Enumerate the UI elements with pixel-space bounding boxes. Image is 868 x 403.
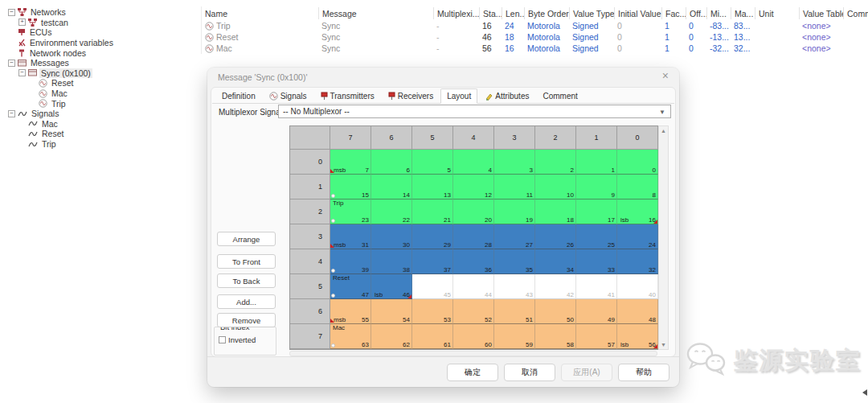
collapse-icon[interactable]: − xyxy=(8,9,15,16)
inverted-checkbox-row[interactable]: Inverted xyxy=(219,335,256,344)
column-header-value-type[interactable]: Value Type xyxy=(569,7,614,19)
bit-cell-15[interactable]: 15 xyxy=(330,175,371,199)
bit-cell-18[interactable]: 18 xyxy=(535,199,576,224)
bit-cell-28[interactable]: 28 xyxy=(453,224,494,249)
expand-icon[interactable]: + xyxy=(18,19,26,26)
bit-cell-14[interactable]: 14 xyxy=(371,175,412,199)
bit-cell-37[interactable]: 37 xyxy=(412,249,453,274)
bit-cell-35[interactable]: 35 xyxy=(494,249,535,274)
tree-item-trip[interactable]: Trip xyxy=(8,139,199,150)
tree-item-mac[interactable]: Mac xyxy=(8,119,199,130)
bit-cell-12[interactable]: 12 xyxy=(453,175,494,199)
tree-item-testcan[interactable]: +testcan xyxy=(8,18,199,28)
column-header-multiplexi[interactable]: Multiplexi... xyxy=(433,7,479,19)
bit-cell-17[interactable]: 17 xyxy=(576,199,617,224)
footer-button-[interactable]: 取消 xyxy=(504,364,555,381)
bit-cell-46[interactable]: lsb46 xyxy=(371,274,412,299)
scroll-down-icon[interactable]: ▼ xyxy=(661,342,666,347)
bit-cell-36[interactable]: 36 xyxy=(453,249,494,274)
table-row-reset[interactable]: ResetSync-4618MotorolaSigned010-13...13.… xyxy=(202,31,868,43)
inverted-checkbox[interactable] xyxy=(219,336,226,343)
column-header-ma[interactable]: Ma... xyxy=(731,7,755,19)
tree-item-reset[interactable]: Reset xyxy=(8,78,199,88)
bit-cell-52[interactable]: 52 xyxy=(453,299,494,324)
tab-signals[interactable]: Signals xyxy=(263,88,313,104)
bit-cell-22[interactable]: 22 xyxy=(371,199,412,224)
bit-cell-4[interactable]: 4 xyxy=(453,150,494,175)
bit-cell-27[interactable]: 27 xyxy=(494,224,535,249)
bit-cell-32[interactable]: 32 xyxy=(617,249,658,274)
bit-cell-10[interactable]: 10 xyxy=(535,175,576,199)
column-header-unit[interactable]: Unit xyxy=(755,7,799,19)
collapse-icon[interactable]: − xyxy=(18,69,26,76)
scroll-up-icon[interactable]: ▲ xyxy=(661,128,666,134)
bit-cell-8[interactable]: 8 xyxy=(617,175,658,199)
tree-item-trip[interactable]: Trip xyxy=(8,98,199,109)
bit-cell-2[interactable]: 2 xyxy=(535,150,576,175)
table-row-trip[interactable]: TripSync-1624MotorolaSigned010-83...83..… xyxy=(202,20,868,31)
bit-cell-56[interactable]: lsb56 xyxy=(617,324,658,349)
tree-item-environment-variables[interactable]: Environment variables xyxy=(8,38,199,48)
tab-receivers[interactable]: Receivers xyxy=(382,88,440,104)
bit-cell-38[interactable]: 38 xyxy=(371,249,412,274)
tree-item-reset[interactable]: Reset xyxy=(8,129,199,139)
tree-item-network-nodes[interactable]: Network nodes xyxy=(8,47,199,58)
multiplexor-select[interactable]: -- No Multiplexor -- ▼ xyxy=(278,105,671,118)
to-back-button[interactable]: To Back xyxy=(217,273,276,288)
bit-cell-53[interactable]: 53 xyxy=(412,299,453,324)
bit-cell-48[interactable]: 48 xyxy=(617,299,658,324)
footer-button-[interactable]: 帮助 xyxy=(618,364,669,381)
bit-cell-30[interactable]: 30 xyxy=(371,224,412,249)
to-front-button[interactable]: To Front xyxy=(217,254,276,269)
column-header-mi[interactable]: Mi... xyxy=(706,7,731,19)
tab-transmitters[interactable]: Transmitters xyxy=(314,88,381,104)
grid-vertical-scrollbar[interactable]: ▲ ▼ xyxy=(658,125,669,350)
footer-button-[interactable]: 确定 xyxy=(447,364,498,381)
remove-button[interactable]: Remove xyxy=(217,313,276,327)
tree-item-signals[interactable]: −Signals xyxy=(8,109,199,119)
bit-cell-50[interactable]: 50 xyxy=(535,299,576,324)
tab-layout[interactable]: Layout xyxy=(440,88,477,104)
collapse-icon[interactable]: − xyxy=(8,60,15,67)
bit-cell-7[interactable]: msb7 xyxy=(330,150,371,175)
collapse-icon[interactable]: − xyxy=(8,110,15,117)
bit-cell-5[interactable]: 5 xyxy=(412,150,453,175)
tree-item-sync-0x100[interactable]: −Sync (0x100) xyxy=(8,68,199,79)
column-header-off[interactable]: Off... xyxy=(686,7,706,19)
column-header-initial-value[interactable]: Initial Value xyxy=(614,7,661,19)
arrange-button[interactable]: Arrange xyxy=(217,232,276,246)
bit-cell-60[interactable]: 60 xyxy=(453,324,494,349)
close-icon[interactable]: × xyxy=(662,70,669,81)
bit-cell-25[interactable]: 25 xyxy=(576,224,617,249)
bit-cell-13[interactable]: 13 xyxy=(412,175,453,199)
bit-cell-24[interactable]: 24 xyxy=(617,224,658,249)
add-button[interactable]: Add... xyxy=(217,294,276,309)
bit-cell-11[interactable]: 11 xyxy=(494,175,535,199)
column-header-message[interactable]: Message xyxy=(318,7,433,19)
bit-cell-54[interactable]: 54 xyxy=(371,299,412,324)
tree-item-networks[interactable]: −Networks xyxy=(8,7,199,18)
bit-cell-21[interactable]: 21 xyxy=(412,199,453,224)
bit-cell-59[interactable]: 59 xyxy=(494,324,535,349)
bit-cell-57[interactable]: 57 xyxy=(576,324,617,349)
bit-cell-34[interactable]: 34 xyxy=(535,249,576,274)
bit-cell-51[interactable]: 51 xyxy=(494,299,535,324)
column-header-comm[interactable]: Comm xyxy=(843,7,868,19)
bit-cell-39[interactable]: 39 xyxy=(330,249,371,274)
bit-cell-1[interactable]: 1 xyxy=(576,150,617,175)
tree-item-mac[interactable]: Mac xyxy=(8,88,199,99)
bit-cell-3[interactable]: 3 xyxy=(494,150,535,175)
tab-attributes[interactable]: Attributes xyxy=(478,88,535,104)
bit-cell-9[interactable]: 9 xyxy=(576,175,617,199)
column-header-byte-order[interactable]: Byte Order xyxy=(524,7,569,19)
bit-cell-62[interactable]: 62 xyxy=(371,324,412,349)
bit-cell-16[interactable]: lsb16 xyxy=(617,199,658,224)
bit-cell-26[interactable]: 26 xyxy=(535,224,576,249)
bit-cell-49[interactable]: 49 xyxy=(576,299,617,324)
bit-cell-31[interactable]: msb31 xyxy=(330,224,371,249)
tree-item-ecus[interactable]: ECUs xyxy=(8,27,199,38)
bit-cell-33[interactable]: 33 xyxy=(576,249,617,274)
bit-cell-29[interactable]: 29 xyxy=(412,224,453,249)
bit-cell-0[interactable]: 0 xyxy=(617,150,658,175)
bit-cell-20[interactable]: 20 xyxy=(453,199,494,224)
